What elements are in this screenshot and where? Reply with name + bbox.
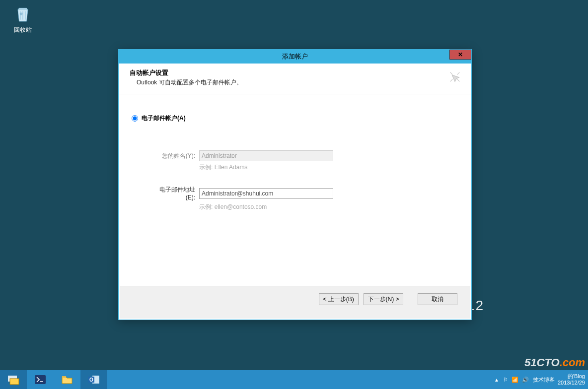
taskbar-date: 2013/12/29: [558, 380, 585, 386]
name-field-row: 您的姓名(Y):: [150, 150, 458, 161]
taskbar-clock[interactable]: 的'Blog 2013/12/29: [558, 373, 585, 386]
tray-flag-icon[interactable]: ⚐: [503, 377, 508, 383]
next-button[interactable]: 下一步(N) >: [364, 293, 403, 305]
recycle-bin-label: 回收站: [8, 26, 38, 34]
email-label: 电子邮件地址(E):: [150, 186, 195, 201]
svg-rect-1: [10, 379, 19, 385]
dialog-header-title: 自动帐户设置: [130, 68, 460, 77]
system-tray: ▲ ⚐ 📶 🔊 技术博客 的'Blog 2013/12/29: [494, 370, 588, 389]
taskbar-outlook[interactable]: O: [80, 370, 107, 389]
powershell-icon: [33, 374, 47, 386]
server-manager-icon: [6, 374, 20, 386]
name-example: 示例: Ellen Adams: [199, 163, 458, 172]
cancel-button[interactable]: 取消: [418, 293, 457, 305]
name-input: [199, 150, 333, 161]
taskbar: O ▲ ⚐ 📶 🔊 技术博客 的'Blog 2013/12/29: [0, 370, 588, 389]
close-icon: ✕: [458, 51, 463, 58]
dialog-header: 自动帐户设置 Outlook 可自动配置多个电子邮件帐户。: [119, 64, 471, 94]
tray-volume-icon[interactable]: 🔊: [522, 377, 529, 383]
tray-icons[interactable]: ⚐ 📶 🔊: [502, 377, 530, 383]
tray-blog-text[interactable]: 技术博客: [533, 376, 555, 384]
svg-text:O: O: [89, 377, 93, 383]
dialog-footer: < 上一步(B) 下一步(N) > 取消: [120, 286, 470, 319]
svg-rect-2: [35, 375, 46, 384]
email-field-row: 电子邮件地址(E):: [150, 186, 458, 201]
taskbar-blog: 的'Blog: [558, 373, 585, 380]
recycle-bin[interactable]: 回收站: [8, 4, 38, 34]
watermark-text-b: .com: [560, 356, 585, 369]
wizard-cursor-icon: [447, 69, 462, 84]
dialog-content: 电子邮件帐户(A) 您的姓名(Y): 示例: Ellen Adams 电子邮件地…: [119, 94, 471, 303]
back-button[interactable]: < 上一步(B): [319, 293, 359, 305]
outlook-icon: O: [87, 374, 101, 386]
dialog-header-desc: Outlook 可自动配置多个电子邮件帐户。: [137, 78, 460, 87]
email-example: 示例: ellen@contoso.com: [199, 203, 458, 211]
site-watermark: 51CTO.com: [524, 356, 585, 369]
radio-email-account-label: 电子邮件帐户(A): [142, 114, 186, 123]
svg-rect-3: [62, 376, 66, 378]
tray-network-icon[interactable]: 📶: [512, 377, 518, 383]
dialog-titlebar[interactable]: 添加帐户 ✕: [119, 50, 471, 64]
close-button[interactable]: ✕: [449, 50, 471, 60]
email-input[interactable]: [199, 188, 333, 199]
taskbar-powershell[interactable]: [27, 370, 54, 389]
taskbar-file-explorer[interactable]: [54, 370, 80, 389]
dialog-title: 添加帐户: [282, 52, 308, 61]
tray-expand-icon[interactable]: ▲: [494, 377, 499, 383]
radio-email-account-row[interactable]: 电子邮件帐户(A): [132, 114, 458, 123]
watermark-text-a: 51CTO: [524, 356, 560, 369]
radio-email-account[interactable]: [132, 115, 138, 122]
file-explorer-icon: [60, 374, 74, 386]
name-label: 您的姓名(Y):: [150, 152, 195, 160]
taskbar-server-manager[interactable]: [0, 370, 27, 389]
recycle-bin-icon: [13, 4, 33, 24]
add-account-dialog: 添加帐户 ✕ 自动帐户设置 Outlook 可自动配置多个电子邮件帐户。 电子邮…: [118, 49, 472, 320]
